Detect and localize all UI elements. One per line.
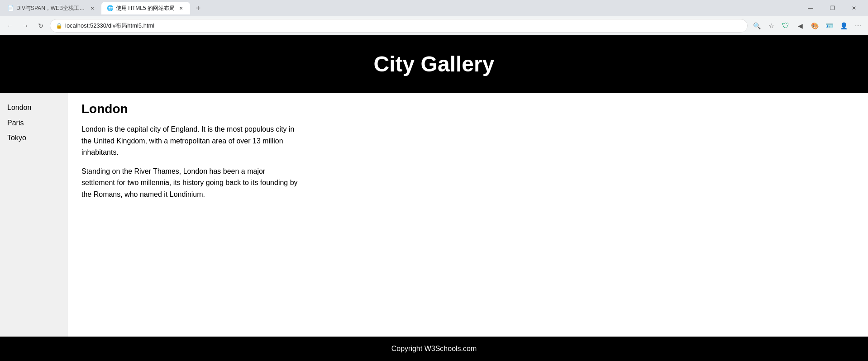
color-icon[interactable]: 🎨 (808, 19, 821, 32)
tab-inactive-1[interactable]: 📄 DIV与SPAN，WEB全栈工程师零... ✕ (2, 2, 101, 14)
city-paragraph-1: London is the capital city of England. I… (81, 124, 299, 158)
tab-close-2[interactable]: ✕ (177, 5, 185, 12)
menu-icon[interactable]: ⋯ (852, 19, 864, 32)
back-button[interactable]: ← (4, 19, 16, 32)
minimize-button[interactable]: — (800, 2, 821, 14)
address-text: localhost:52330/div布局html5.html (65, 22, 154, 30)
browser-actions: 🔍 ☆ 🛡 ◀ 🎨 🪪 👤 ⋯ (750, 19, 864, 32)
zoom-icon[interactable]: 🔍 (750, 19, 763, 32)
extension-icon[interactable]: ◀ (794, 19, 806, 32)
tab-label-1: DIV与SPAN，WEB全栈工程师零... (16, 5, 86, 12)
bookmark-icon[interactable]: ☆ (765, 19, 777, 32)
close-button[interactable]: ✕ (844, 2, 864, 14)
new-tab-button[interactable]: + (192, 2, 205, 14)
address-bar[interactable]: 🔒 localhost:52330/div布局html5.html (50, 19, 748, 33)
tab-close-1[interactable]: ✕ (89, 5, 96, 12)
city-heading: London (81, 102, 854, 116)
browser-chrome: 📄 DIV与SPAN，WEB全栈工程师零... ✕ 🌐 使用 HTML5 的网站… (0, 0, 868, 35)
reload-button[interactable]: ↻ (34, 19, 47, 32)
footer-text: Copyright W3Schools.com (391, 345, 477, 352)
tab-favicon-1: 📄 (7, 5, 14, 11)
page-content: City Gallery London Paris Tokyo London L… (0, 35, 868, 361)
nav-item-tokyo[interactable]: Tokyo (7, 132, 61, 144)
city-paragraph-2: Standing on the River Thames, London has… (81, 166, 299, 200)
tab-favicon-2: 🌐 (107, 5, 113, 11)
window-controls: — ❐ ✕ (800, 2, 866, 14)
page-header: City Gallery (0, 35, 868, 93)
page-title: City Gallery (9, 52, 859, 76)
tab-bar: 📄 DIV与SPAN，WEB全栈工程师零... ✕ 🌐 使用 HTML5 的网站… (0, 0, 868, 16)
tab-label-2: 使用 HTML5 的网站布局 (116, 5, 175, 12)
content-area: London Paris Tokyo London London is the … (0, 93, 868, 337)
nav-item-london[interactable]: London (7, 102, 61, 114)
nav-item-paris[interactable]: Paris (7, 117, 61, 129)
city-nav: London Paris Tokyo (0, 93, 68, 337)
page-footer: Copyright W3Schools.com (0, 337, 868, 361)
forward-button[interactable]: → (19, 19, 32, 32)
lock-icon: 🔒 (56, 23, 62, 29)
shield-icon[interactable]: 🛡 (779, 19, 792, 32)
tab-active-2[interactable]: 🌐 使用 HTML5 的网站布局 ✕ (101, 2, 190, 14)
wallet-icon[interactable]: 🪪 (823, 19, 835, 32)
address-bar-row: ← → ↻ 🔒 localhost:52330/div布局html5.html … (0, 16, 868, 35)
maximize-button[interactable]: ❐ (822, 2, 843, 14)
profile-icon[interactable]: 👤 (837, 19, 850, 32)
main-content: London London is the capital city of Eng… (68, 93, 868, 337)
